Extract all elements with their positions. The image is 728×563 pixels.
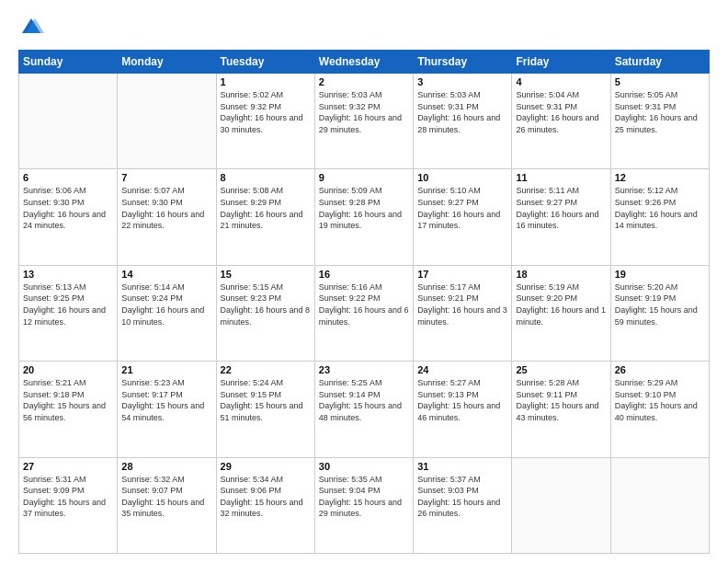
calendar-cell-2-3: 16Sunrise: 5:16 AM Sunset: 9:22 PM Dayli…: [314, 265, 413, 361]
day-number: 4: [516, 76, 606, 87]
calendar-cell-4-1: 28Sunrise: 5:32 AM Sunset: 9:07 PM Dayli…: [118, 457, 216, 553]
day-info: Sunrise: 5:12 AM Sunset: 9:26 PM Dayligh…: [615, 185, 705, 231]
day-info: Sunrise: 5:17 AM Sunset: 9:21 PM Dayligh…: [417, 282, 507, 327]
calendar-header-wednesday: Wednesday: [314, 51, 413, 74]
day-info: Sunrise: 5:23 AM Sunset: 9:17 PM Dayligh…: [121, 377, 211, 423]
calendar-cell-2-0: 13Sunrise: 5:13 AM Sunset: 9:25 PM Dayli…: [19, 265, 118, 361]
day-number: 7: [121, 172, 211, 183]
calendar-header-thursday: Thursday: [414, 51, 512, 74]
day-info: Sunrise: 5:03 AM Sunset: 9:32 PM Dayligh…: [319, 89, 409, 135]
day-number: 16: [319, 269, 409, 280]
day-number: 21: [121, 364, 211, 375]
day-number: 11: [516, 172, 606, 183]
day-number: 2: [319, 76, 409, 87]
calendar-cell-0-5: 4Sunrise: 5:04 AM Sunset: 9:31 PM Daylig…: [512, 74, 610, 169]
calendar-cell-2-6: 19Sunrise: 5:20 AM Sunset: 9:19 PM Dayli…: [610, 265, 709, 361]
calendar-table: SundayMondayTuesdayWednesdayThursdayFrid…: [18, 50, 710, 554]
day-number: 19: [615, 269, 705, 280]
calendar-cell-0-2: 1Sunrise: 5:02 AM Sunset: 9:32 PM Daylig…: [216, 74, 314, 169]
calendar-cell-2-5: 18Sunrise: 5:19 AM Sunset: 9:20 PM Dayli…: [512, 265, 610, 361]
day-info: Sunrise: 5:24 AM Sunset: 9:15 PM Dayligh…: [221, 377, 311, 423]
calendar-cell-3-3: 23Sunrise: 5:25 AM Sunset: 9:14 PM Dayli…: [314, 362, 413, 457]
calendar-header-monday: Monday: [118, 51, 216, 74]
day-info: Sunrise: 5:10 AM Sunset: 9:27 PM Dayligh…: [417, 185, 507, 231]
day-number: 18: [516, 269, 606, 280]
day-info: Sunrise: 5:28 AM Sunset: 9:11 PM Dayligh…: [516, 377, 606, 423]
header: [18, 15, 710, 40]
day-number: 24: [417, 364, 507, 375]
calendar-cell-1-3: 9Sunrise: 5:09 AM Sunset: 9:28 PM Daylig…: [314, 169, 413, 265]
day-info: Sunrise: 5:14 AM Sunset: 9:24 PM Dayligh…: [121, 282, 211, 327]
day-info: Sunrise: 5:20 AM Sunset: 9:19 PM Dayligh…: [615, 282, 705, 327]
day-info: Sunrise: 5:08 AM Sunset: 9:29 PM Dayligh…: [221, 185, 311, 231]
day-number: 6: [23, 172, 113, 183]
calendar-cell-4-0: 27Sunrise: 5:31 AM Sunset: 9:09 PM Dayli…: [19, 457, 118, 553]
calendar-cell-0-1: [118, 74, 216, 169]
day-info: Sunrise: 5:21 AM Sunset: 9:18 PM Dayligh…: [23, 377, 113, 423]
day-info: Sunrise: 5:15 AM Sunset: 9:23 PM Dayligh…: [221, 282, 311, 327]
calendar-cell-3-4: 24Sunrise: 5:27 AM Sunset: 9:13 PM Dayli…: [414, 362, 512, 457]
day-number: 31: [417, 461, 507, 472]
calendar-cell-2-2: 15Sunrise: 5:15 AM Sunset: 9:23 PM Dayli…: [216, 265, 314, 361]
day-number: 29: [221, 461, 311, 472]
calendar-cell-0-6: 5Sunrise: 5:05 AM Sunset: 9:31 PM Daylig…: [610, 74, 709, 169]
calendar-cell-2-4: 17Sunrise: 5:17 AM Sunset: 9:21 PM Dayli…: [414, 265, 512, 361]
day-info: Sunrise: 5:16 AM Sunset: 9:22 PM Dayligh…: [319, 282, 409, 327]
week-row-4: 27Sunrise: 5:31 AM Sunset: 9:09 PM Dayli…: [19, 457, 710, 553]
day-info: Sunrise: 5:32 AM Sunset: 9:07 PM Dayligh…: [121, 474, 211, 520]
calendar-cell-4-5: [512, 457, 610, 553]
calendar-cell-4-4: 31Sunrise: 5:37 AM Sunset: 9:03 PM Dayli…: [414, 457, 512, 553]
calendar-cell-3-0: 20Sunrise: 5:21 AM Sunset: 9:18 PM Dayli…: [19, 362, 118, 457]
calendar-cell-4-6: [610, 457, 709, 553]
calendar-header-sunday: Sunday: [19, 51, 118, 74]
day-number: 14: [121, 269, 211, 280]
day-info: Sunrise: 5:35 AM Sunset: 9:04 PM Dayligh…: [319, 474, 409, 520]
day-number: 27: [23, 461, 113, 472]
calendar-header-saturday: Saturday: [610, 51, 709, 74]
day-number: 17: [417, 269, 507, 280]
calendar-header-tuesday: Tuesday: [216, 51, 314, 74]
week-row-0: 1Sunrise: 5:02 AM Sunset: 9:32 PM Daylig…: [19, 74, 710, 169]
day-number: 25: [516, 364, 606, 375]
calendar-cell-4-2: 29Sunrise: 5:34 AM Sunset: 9:06 PM Dayli…: [216, 457, 314, 553]
day-info: Sunrise: 5:29 AM Sunset: 9:10 PM Dayligh…: [615, 377, 705, 423]
calendar-cell-3-6: 26Sunrise: 5:29 AM Sunset: 9:10 PM Dayli…: [610, 362, 709, 457]
calendar-cell-1-0: 6Sunrise: 5:06 AM Sunset: 9:30 PM Daylig…: [19, 169, 118, 265]
calendar-cell-0-0: [19, 74, 118, 169]
day-number: 15: [221, 269, 311, 280]
logo: [18, 15, 48, 40]
calendar-cell-1-1: 7Sunrise: 5:07 AM Sunset: 9:30 PM Daylig…: [118, 169, 216, 265]
calendar-header-row: SundayMondayTuesdayWednesdayThursdayFrid…: [19, 51, 710, 74]
day-info: Sunrise: 5:34 AM Sunset: 9:06 PM Dayligh…: [221, 474, 311, 520]
calendar-cell-2-1: 14Sunrise: 5:14 AM Sunset: 9:24 PM Dayli…: [118, 265, 216, 361]
calendar-cell-0-4: 3Sunrise: 5:03 AM Sunset: 9:31 PM Daylig…: [414, 74, 512, 169]
calendar-cell-4-3: 30Sunrise: 5:35 AM Sunset: 9:04 PM Dayli…: [314, 457, 413, 553]
day-number: 12: [615, 172, 705, 183]
day-info: Sunrise: 5:03 AM Sunset: 9:31 PM Dayligh…: [417, 89, 507, 135]
day-number: 30: [319, 461, 409, 472]
page: SundayMondayTuesdayWednesdayThursdayFrid…: [0, 0, 728, 563]
week-row-3: 20Sunrise: 5:21 AM Sunset: 9:18 PM Dayli…: [19, 362, 710, 457]
day-number: 1: [221, 76, 311, 87]
day-number: 28: [121, 461, 211, 472]
day-number: 9: [319, 172, 409, 183]
day-info: Sunrise: 5:05 AM Sunset: 9:31 PM Dayligh…: [615, 89, 705, 135]
day-number: 8: [221, 172, 311, 183]
day-info: Sunrise: 5:31 AM Sunset: 9:09 PM Dayligh…: [23, 474, 113, 520]
day-info: Sunrise: 5:37 AM Sunset: 9:03 PM Dayligh…: [417, 474, 507, 520]
day-number: 3: [417, 76, 507, 87]
calendar-header-friday: Friday: [512, 51, 610, 74]
day-info: Sunrise: 5:19 AM Sunset: 9:20 PM Dayligh…: [516, 282, 606, 327]
calendar-cell-3-5: 25Sunrise: 5:28 AM Sunset: 9:11 PM Dayli…: [512, 362, 610, 457]
calendar-cell-3-2: 22Sunrise: 5:24 AM Sunset: 9:15 PM Dayli…: [216, 362, 314, 457]
day-number: 13: [23, 269, 113, 280]
day-info: Sunrise: 5:07 AM Sunset: 9:30 PM Dayligh…: [121, 185, 211, 231]
day-number: 20: [23, 364, 113, 375]
day-info: Sunrise: 5:06 AM Sunset: 9:30 PM Dayligh…: [23, 185, 113, 231]
day-number: 10: [417, 172, 507, 183]
calendar-cell-0-3: 2Sunrise: 5:03 AM Sunset: 9:32 PM Daylig…: [314, 74, 413, 169]
day-info: Sunrise: 5:27 AM Sunset: 9:13 PM Dayligh…: [417, 377, 507, 423]
day-number: 26: [615, 364, 705, 375]
day-info: Sunrise: 5:02 AM Sunset: 9:32 PM Dayligh…: [221, 89, 311, 135]
day-number: 23: [319, 364, 409, 375]
